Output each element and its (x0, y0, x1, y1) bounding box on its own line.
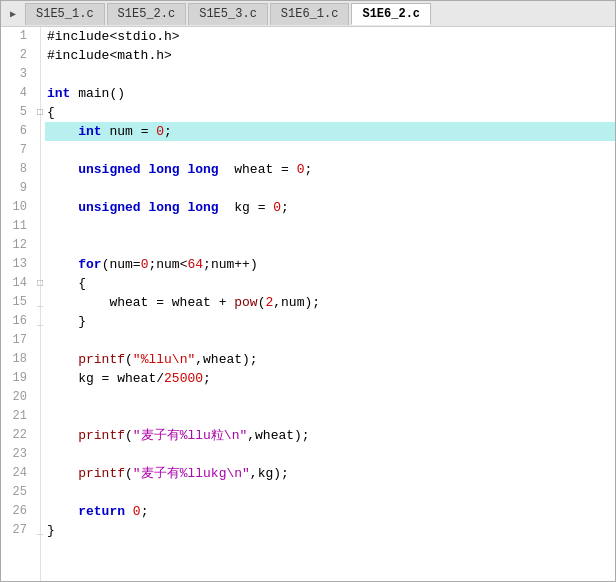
ln-1: 1 (1, 27, 33, 46)
ln-16: 16 (1, 312, 33, 331)
code-line-5: { (45, 103, 615, 122)
code-line-6: int num = 0; (45, 122, 615, 141)
code-line-12 (45, 236, 615, 255)
code-line-7 (45, 141, 615, 160)
tab-s1e5-3[interactable]: S1E5_3.c (188, 3, 268, 25)
ln-11: 11 (1, 217, 33, 236)
editor-area: 1 2 3 4 5□ 6 7 8 9 10 11 12 13 14□ 15⎯ 1… (1, 27, 615, 581)
ln-12: 12 (1, 236, 33, 255)
ln-8: 8 (1, 160, 33, 179)
code-line-19: kg = wheat/25000; (45, 369, 615, 388)
ln-6: 6 (1, 122, 33, 141)
ln-7: 7 (1, 141, 33, 160)
tab-s1e6-1[interactable]: S1E6_1.c (270, 3, 350, 25)
code-area[interactable]: #include<stdio.h> #include<math.h> int m… (41, 27, 615, 581)
code-line-2: #include<math.h> (45, 46, 615, 65)
ln-25: 25 (1, 483, 33, 502)
tab-s1e6-2[interactable]: S1E6_2.c (351, 3, 431, 25)
tab-s1e5-2[interactable]: S1E5_2.c (107, 3, 187, 25)
ln-23: 23 (1, 445, 33, 464)
ln-21: 21 (1, 407, 33, 426)
ln-3: 3 (1, 65, 33, 84)
ln-4: 4 (1, 84, 33, 103)
code-line-27: } (45, 521, 615, 540)
code-line-8: unsigned long long wheat = 0; (45, 160, 615, 179)
code-line-24: printf("麦子有%llukg\n",kg); (45, 464, 615, 483)
code-line-16: } (45, 312, 615, 331)
ln-27: 27 (1, 521, 33, 540)
ln-18: 18 (1, 350, 33, 369)
code-line-11 (45, 217, 615, 236)
code-line-17 (45, 331, 615, 350)
ln-26: 26 (1, 502, 33, 521)
code-line-4: int main() (45, 84, 615, 103)
code-line-18: printf("%llu\n",wheat); (45, 350, 615, 369)
code-line-22: printf("麦子有%llu粒\n",wheat); (45, 426, 615, 445)
code-line-13: for(num=0;num<64;num++) (45, 255, 615, 274)
ln-15: 15 (1, 293, 33, 312)
code-line-26: return 0; (45, 502, 615, 521)
code-line-15: wheat = wheat + pow(2,num); (45, 293, 615, 312)
tab-bar: ▶ S1E5_1.c S1E5_2.c S1E5_3.c S1E6_1.c S1… (1, 1, 615, 27)
code-line-9 (45, 179, 615, 198)
ln-2: 2 (1, 46, 33, 65)
tab-s1e5-1[interactable]: S1E5_1.c (25, 3, 105, 25)
ln-14: 14 (1, 274, 33, 293)
code-line-14: { (45, 274, 615, 293)
line-gutter: 1 2 3 4 5□ 6 7 8 9 10 11 12 13 14□ 15⎯ 1… (1, 27, 41, 581)
code-line-21 (45, 407, 615, 426)
ln-20: 20 (1, 388, 33, 407)
ide-window: ▶ S1E5_1.c S1E5_2.c S1E5_3.c S1E6_1.c S1… (0, 0, 616, 582)
ln-13: 13 (1, 255, 33, 274)
ln-10: 10 (1, 198, 33, 217)
code-line-23 (45, 445, 615, 464)
ln-9: 9 (1, 179, 33, 198)
tab-scroll-arrow[interactable]: ▶ (5, 4, 21, 24)
code-line-1: #include<stdio.h> (45, 27, 615, 46)
ln-19: 19 (1, 369, 33, 388)
code-line-3 (45, 65, 615, 84)
code-line-10: unsigned long long kg = 0; (45, 198, 615, 217)
ln-24: 24 (1, 464, 33, 483)
ln-5: 5 (1, 103, 33, 122)
code-line-25 (45, 483, 615, 502)
ln-17: 17 (1, 331, 33, 350)
code-line-20 (45, 388, 615, 407)
ln-22: 22 (1, 426, 33, 445)
